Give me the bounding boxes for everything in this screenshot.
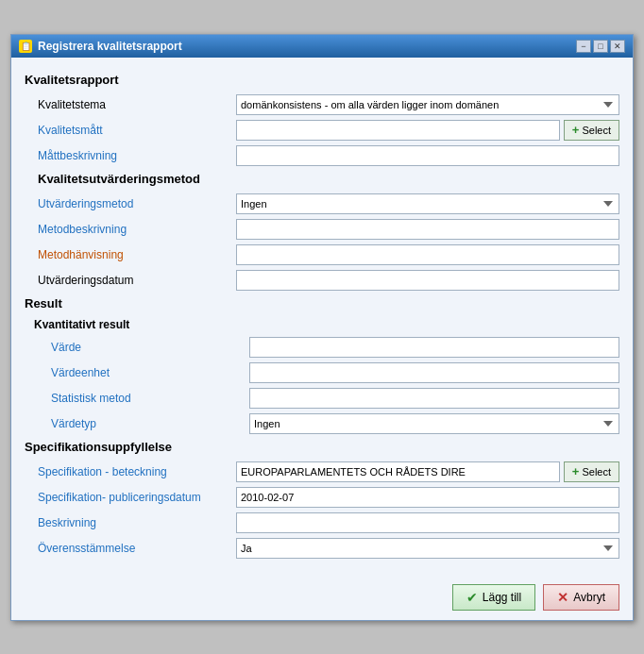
metodhanvisning-label: Metodhänvisning	[38, 248, 236, 261]
spec-publiceringsdatum-input[interactable]	[236, 487, 619, 508]
spec-plus-icon: +	[572, 464, 580, 478]
metodbeskrivning-control	[236, 219, 619, 240]
spec-beteckning-input[interactable]	[236, 461, 560, 482]
overensstammelse-control: Ja Nej	[236, 538, 619, 559]
utvarderingsmetod-control: Ingen	[236, 193, 619, 214]
form-content: Kvalitetsrapport Kvalitetstema domänkons…	[11, 58, 633, 577]
spec-publiceringsdatum-label: Specifikation- publiceringsdatum	[38, 491, 236, 504]
metodbeskrivning-row: Metodbeskrivning	[25, 219, 619, 240]
beskrivning-row: Beskrivning	[25, 512, 619, 533]
kvalitetsmatt-control: + Select	[236, 120, 619, 141]
statistisk-metod-row: Statistisk metod	[25, 388, 619, 409]
utvarderingsdatum-row: Utvärderingsdatum	[25, 270, 619, 291]
kvalitetsmatt-input[interactable]	[236, 120, 560, 141]
statistisk-metod-label: Statistisk metod	[51, 392, 249, 405]
metodhanvisning-control	[236, 244, 619, 265]
vardeenhet-input[interactable]	[249, 362, 619, 383]
window-title: Registrera kvalitetsrapport	[38, 40, 182, 53]
title-bar: 📋 Registrera kvalitetsrapport − □ ✕	[11, 35, 633, 58]
overensstammelse-label: Överensstämmelse	[38, 542, 236, 555]
spec-beteckning-select-button[interactable]: + Select	[564, 461, 619, 482]
vardetyp-select[interactable]: Ingen	[249, 413, 619, 434]
spec-beteckning-input-group: + Select	[236, 461, 619, 482]
mattbeskrivning-input[interactable]	[236, 145, 619, 166]
vardetyp-control: Ingen	[249, 413, 619, 434]
kvalitetsmatt-row: Kvalitetsmått + Select	[25, 120, 619, 141]
kvalitetsmatt-input-group: + Select	[236, 120, 619, 141]
bottom-buttons: ✔ Lägg till ✕ Avbryt	[11, 577, 633, 620]
overensstammelse-row: Överensstämmelse Ja Nej	[25, 538, 619, 559]
mattbeskrivning-row: Måttbeskrivning	[25, 145, 619, 166]
title-bar-controls: − □ ✕	[576, 40, 625, 53]
varde-row: Värde	[25, 337, 619, 358]
kvalitetstema-control: domänkonsistens - om alla värden ligger …	[236, 94, 619, 115]
vardeenhet-control	[249, 362, 619, 383]
spec-beteckning-label: Specifikation - beteckning	[38, 465, 236, 478]
spec-publiceringsdatum-control	[236, 487, 619, 508]
kvalitetstema-label: Kvalitetstema	[38, 98, 236, 111]
add-button[interactable]: ✔ Lägg till	[452, 584, 535, 611]
main-window: 📋 Registrera kvalitetsrapport − □ ✕ Kval…	[10, 34, 634, 621]
spec-beteckning-control: + Select	[236, 461, 619, 482]
metodbeskrivning-label: Metodbeskrivning	[38, 223, 236, 236]
window-icon: 📋	[19, 40, 32, 53]
utvarderingsmetod-select[interactable]: Ingen	[236, 193, 619, 214]
utvarderingsmetod-row: Utvärderingsmetod Ingen	[25, 193, 619, 214]
spec-beteckning-row: Specifikation - beteckning + Select	[25, 461, 619, 482]
mattbeskrivning-control	[236, 145, 619, 166]
varde-label: Värde	[51, 341, 249, 354]
utvarderingsdatum-control	[236, 270, 619, 291]
metodhanvisning-input[interactable]	[236, 244, 619, 265]
kvalitetstema-row: Kvalitetstema domänkonsistens - om alla …	[25, 94, 619, 115]
vardetyp-row: Värdetyp Ingen	[25, 413, 619, 434]
plus-icon: +	[572, 123, 580, 137]
result-section-title: Result	[25, 296, 619, 310]
beskrivning-input[interactable]	[236, 512, 619, 533]
vardeenhet-row: Värdeenhet	[25, 362, 619, 383]
vardeenhet-label: Värdeenhet	[51, 366, 249, 379]
main-section-title: Kvalitetsrapport	[25, 73, 619, 87]
utvarderingsdatum-label: Utvärderingsdatum	[38, 274, 236, 287]
kvalitetsmatt-label: Kvalitetsmått	[38, 124, 236, 137]
kvalitetstema-select[interactable]: domänkonsistens - om alla värden ligger …	[236, 94, 619, 115]
spec-beteckning-select-label: Select	[582, 466, 611, 478]
cancel-button[interactable]: ✕ Avbryt	[543, 584, 619, 611]
beskrivning-label: Beskrivning	[38, 516, 236, 529]
varde-input[interactable]	[249, 337, 619, 358]
vardetyp-label: Värdetyp	[51, 417, 249, 430]
utvarderings-section-title: Kvalitetsutvärderingsmetod	[38, 172, 619, 186]
kvalitetsmatt-select-label: Select	[582, 125, 611, 136]
spec-section-title: Specifikationsuppfyllelse	[25, 440, 619, 454]
check-icon: ✔	[466, 590, 478, 605]
statistisk-metod-control	[249, 388, 619, 409]
overensstammelse-select[interactable]: Ja Nej	[236, 538, 619, 559]
kvantitativt-section-title: Kvantitativt result	[34, 318, 619, 331]
add-button-label: Lägg till	[483, 591, 521, 604]
close-button[interactable]: ✕	[610, 40, 625, 53]
varde-control	[249, 337, 619, 358]
statistisk-metod-input[interactable]	[249, 388, 619, 409]
cancel-button-label: Avbryt	[573, 591, 605, 604]
title-bar-left: 📋 Registrera kvalitetsrapport	[19, 40, 182, 53]
metodbeskrivning-input[interactable]	[236, 219, 619, 240]
minimize-button[interactable]: −	[576, 40, 591, 53]
x-icon: ✕	[557, 590, 568, 605]
mattbeskrivning-label: Måttbeskrivning	[38, 149, 236, 162]
spec-publiceringsdatum-row: Specifikation- publiceringsdatum	[25, 487, 619, 508]
maximize-button[interactable]: □	[593, 40, 608, 53]
beskrivning-control	[236, 512, 619, 533]
utvarderingsdatum-input[interactable]	[236, 270, 619, 291]
utvarderingsmetod-label: Utvärderingsmetod	[38, 197, 236, 210]
kvalitetsmatt-select-button[interactable]: + Select	[564, 120, 619, 141]
metodhanvisning-row: Metodhänvisning	[25, 244, 619, 265]
